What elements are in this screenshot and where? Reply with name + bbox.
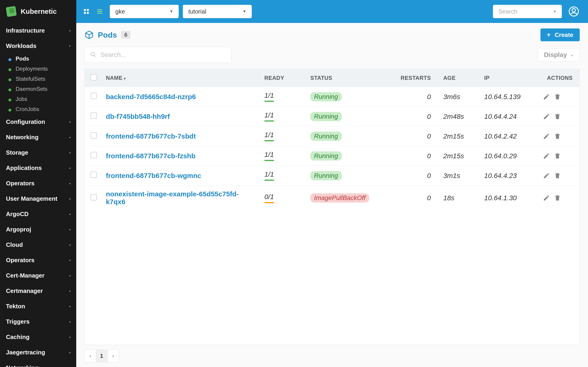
sidebar-item[interactable]: Deployments: [0, 64, 76, 74]
restarts-cell: 0: [389, 186, 440, 211]
edit-icon[interactable]: [543, 172, 550, 179]
create-button[interactable]: + Create: [540, 28, 580, 41]
caret-left-icon: ◂: [69, 336, 70, 338]
status-badge: Running: [310, 112, 342, 121]
delete-icon[interactable]: [554, 93, 561, 100]
restarts-cell: 0: [389, 107, 440, 126]
edit-icon[interactable]: [543, 152, 550, 159]
pod-link[interactable]: db-f745bb548-hh9rf: [106, 113, 170, 120]
row-checkbox[interactable]: [90, 194, 97, 200]
row-checkbox[interactable]: [90, 152, 97, 158]
row-checkbox[interactable]: [90, 172, 97, 178]
page-1[interactable]: 1: [96, 350, 107, 362]
main-content: Pods 6 + Create Display ⌄: [76, 23, 588, 367]
sidebar-section[interactable]: Tekton◂: [0, 299, 76, 314]
ip-cell: 10.64.0.29: [481, 146, 540, 166]
col-restarts[interactable]: RESTARTS: [389, 69, 440, 87]
sidebar-item-label: StatefulSets: [16, 76, 45, 82]
grid-view-icon[interactable]: [83, 8, 90, 15]
caret-left-icon: ◂: [69, 228, 70, 231]
sidebar-item[interactable]: StatefulSets: [0, 74, 76, 84]
global-search-input[interactable]: [498, 8, 553, 15]
sidebar-section[interactable]: Storage◂: [0, 145, 76, 160]
edit-icon[interactable]: [543, 113, 550, 120]
sidebar-section[interactable]: Infrastructure◂: [0, 23, 76, 38]
sidebar-section[interactable]: Triggers◂: [0, 314, 76, 329]
caret-left-icon: ◂: [69, 213, 70, 215]
status-badge: ImagePullBackOff: [310, 193, 369, 202]
namespace-dropdown[interactable]: tutorial ▼: [183, 5, 252, 18]
sidebar-section[interactable]: Configuration◂: [0, 114, 76, 130]
caret-down-icon: ▾: [69, 45, 70, 47]
col-ip[interactable]: IP: [481, 69, 540, 87]
brand[interactable]: Kubernetic: [0, 0, 76, 23]
sidebar-section[interactable]: Argoproj◂: [0, 222, 76, 237]
sidebar-section[interactable]: Applications◂: [0, 160, 76, 176]
pod-link[interactable]: frontend-6877b677cb-7sbdt: [106, 132, 196, 140]
ready-cell: 1/1: [264, 111, 274, 122]
delete-icon[interactable]: [554, 172, 561, 179]
delete-icon[interactable]: [554, 113, 561, 120]
edit-icon[interactable]: [543, 93, 550, 100]
pod-search[interactable]: [85, 47, 232, 63]
sidebar-section[interactable]: User Management◂: [0, 191, 76, 206]
col-name[interactable]: NAME: [103, 69, 261, 87]
delete-icon[interactable]: [554, 133, 561, 140]
sidebar-item-label: CronJobs: [16, 106, 39, 112]
pod-link[interactable]: backend-7d5665c84d-nzrp6: [106, 93, 196, 100]
age-cell: 2m48s: [440, 107, 481, 126]
delete-icon[interactable]: [554, 152, 561, 159]
age-cell: 2m15s: [440, 126, 481, 146]
sidebar-section[interactable]: Networking◂: [0, 130, 76, 145]
restarts-cell: 0: [389, 146, 440, 166]
context-dropdown[interactable]: gke ▼: [110, 5, 179, 18]
row-checkbox[interactable]: [90, 93, 97, 99]
sidebar-section[interactable]: Workloads▾: [0, 38, 76, 54]
caret-left-icon: ◂: [69, 29, 70, 32]
col-ready[interactable]: READY: [261, 69, 307, 87]
list-view-icon[interactable]: [96, 8, 103, 15]
sidebar-section[interactable]: Certmanager◂: [0, 283, 76, 299]
sidebar-section-label: Networking: [6, 364, 39, 367]
sidebar[interactable]: Infrastructure◂Workloads▾PodsDeployments…: [0, 23, 76, 367]
sidebar-section[interactable]: Caching◂: [0, 329, 76, 345]
pod-search-input[interactable]: [100, 51, 226, 58]
edit-icon[interactable]: [543, 133, 550, 140]
user-profile-icon[interactable]: [569, 6, 579, 17]
sidebar-item[interactable]: CronJobs: [0, 104, 76, 114]
global-search[interactable]: ▼: [493, 5, 562, 18]
select-all-checkbox[interactable]: [90, 74, 97, 81]
sidebar-section-label: User Management: [6, 195, 57, 202]
row-checkbox[interactable]: [90, 112, 97, 119]
sidebar-item[interactable]: Pods: [0, 54, 76, 64]
pod-link[interactable]: frontend-6877b677cb-fzshb: [106, 152, 195, 160]
pod-link[interactable]: frontend-6877b677cb-wgmnc: [106, 172, 201, 179]
sidebar-section[interactable]: ArgoCD◂: [0, 206, 76, 222]
display-dropdown[interactable]: Display ⌄: [538, 48, 580, 61]
col-age[interactable]: AGE: [440, 69, 481, 87]
delete-icon[interactable]: [554, 194, 561, 201]
caret-left-icon: ◂: [69, 121, 70, 123]
brand-logo-icon: [6, 6, 17, 17]
edit-icon[interactable]: [543, 194, 550, 201]
sidebar-section-label: Infrastructure: [6, 27, 45, 34]
table-row: frontend-6877b677cb-wgmnc1/1Running03m1s…: [85, 166, 579, 186]
ready-cell: 1/1: [264, 151, 274, 161]
pod-link[interactable]: nonexistent-image-example-65d55c75fd-k7q…: [106, 190, 239, 206]
sidebar-section[interactable]: Operators◂: [0, 176, 76, 191]
col-status[interactable]: STATUS: [307, 69, 389, 87]
page-prev[interactable]: ‹: [85, 350, 96, 362]
sidebar-section[interactable]: Cloud◂: [0, 237, 76, 252]
sidebar-section[interactable]: Cert-Manager◂: [0, 268, 76, 283]
caret-left-icon: ◂: [69, 259, 70, 261]
sidebar-item[interactable]: DaemonSets: [0, 84, 76, 94]
sidebar-section[interactable]: Jaegertracing◂: [0, 345, 76, 360]
ip-cell: 10.64.5.139: [481, 87, 540, 107]
page-next[interactable]: ›: [107, 350, 119, 362]
row-checkbox[interactable]: [90, 132, 97, 139]
sidebar-item[interactable]: Jobs: [0, 94, 76, 104]
ip-cell: 10.64.4.23: [481, 166, 540, 186]
sidebar-section[interactable]: Operators◂: [0, 252, 76, 268]
sidebar-section[interactable]: Networking◂: [0, 360, 76, 367]
age-cell: 3m6s: [440, 87, 481, 107]
